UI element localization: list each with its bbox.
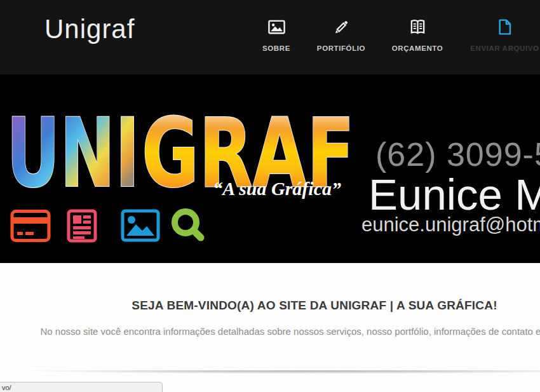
nav-label: PORTIFÓLIO (309, 44, 373, 52)
nav-label: SOBRE (251, 44, 302, 52)
nav-label: ENVIAR ARQUIVO (466, 44, 540, 52)
logo-tagline: “A sua Gráfica” (0, 178, 341, 199)
contact-email: eunice.unigraf@hotm (361, 213, 540, 236)
status-url-text: vo/ (2, 384, 11, 391)
file-icon (496, 18, 514, 36)
section-divider (0, 370, 540, 375)
phone-number: (62) 3099-51 (375, 135, 540, 173)
header: Unigraf SOBRE PORTIFÓLIO (0, 0, 540, 74)
image-icon (267, 18, 286, 36)
credit-card-icon[interactable] (10, 209, 51, 243)
page: Unigraf SOBRE PORTIFÓLIO (0, 0, 540, 392)
welcome-section: SEJA BEM-VINDO(A) AO SITE DA UNIGRAF | A… (0, 263, 540, 337)
image-icon[interactable] (121, 209, 160, 242)
book-icon (408, 18, 427, 36)
nav-label: ORÇAMENTO (382, 44, 452, 52)
nav-item-sobre[interactable]: SOBRE (251, 18, 302, 52)
site-logo-text[interactable]: Unigraf (44, 14, 135, 44)
search-icon[interactable] (170, 206, 206, 243)
pencil-icon (332, 18, 351, 36)
nav-item-portifolio[interactable]: PORTIFÓLIO (309, 18, 373, 52)
nav-item-orcamento[interactable]: ORÇAMENTO (382, 18, 452, 52)
hero-banner: UNI GRAF “A sua Gráfica” (0, 74, 540, 263)
nav-item-enviar-arquivo[interactable]: ENVIAR ARQUIVO (466, 18, 540, 52)
welcome-heading: SEJA BEM-VINDO(A) AO SITE DA UNIGRAF | A… (0, 263, 540, 313)
welcome-paragraph: No nosso site você encontra informações … (0, 326, 540, 337)
status-bubble: vo/ (0, 382, 163, 392)
contact-name: Eunice Ma (368, 170, 540, 220)
document-icon[interactable] (67, 209, 97, 243)
